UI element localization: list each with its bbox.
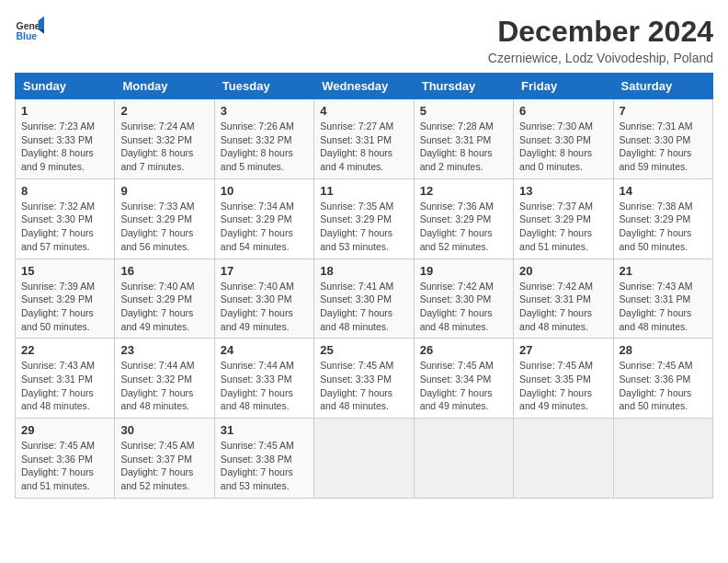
cell-details: Sunrise: 7:45 AMSunset: 3:35 PMDaylight:… (519, 359, 607, 413)
day-number: 2 (120, 104, 208, 118)
cell-details: Sunrise: 7:27 AMSunset: 3:31 PMDaylight:… (320, 120, 407, 174)
calendar-cell: 23Sunrise: 7:44 AMSunset: 3:32 PMDayligh… (115, 339, 214, 419)
day-number: 5 (420, 104, 507, 118)
cell-details: Sunrise: 7:40 AMSunset: 3:30 PMDaylight:… (221, 280, 308, 334)
calendar-cell: 3Sunrise: 7:26 AMSunset: 3:32 PMDaylight… (214, 99, 313, 179)
day-number: 17 (221, 264, 308, 278)
calendar-cell: 5Sunrise: 7:28 AMSunset: 3:31 PMDaylight… (414, 99, 513, 179)
day-number: 10 (221, 184, 308, 198)
calendar-cell: 10Sunrise: 7:34 AMSunset: 3:29 PMDayligh… (214, 178, 313, 259)
calendar-cell: 26Sunrise: 7:45 AMSunset: 3:34 PMDayligh… (414, 339, 513, 419)
cell-details: Sunrise: 7:31 AMSunset: 3:30 PMDaylight:… (620, 120, 707, 174)
day-number: 16 (120, 264, 208, 278)
calendar-cell: 16Sunrise: 7:40 AMSunset: 3:29 PMDayligh… (115, 259, 214, 339)
calendar-cell: 9Sunrise: 7:33 AMSunset: 3:29 PMDaylight… (115, 178, 214, 259)
calendar-cell: 2Sunrise: 7:24 AMSunset: 3:32 PMDaylight… (115, 99, 214, 179)
logo-icon: General Blue (15, 15, 44, 44)
cell-details: Sunrise: 7:23 AMSunset: 3:33 PMDaylight:… (21, 120, 108, 174)
calendar-cell: 31Sunrise: 7:45 AMSunset: 3:38 PMDayligh… (214, 419, 313, 499)
day-number: 28 (620, 343, 707, 357)
day-number: 14 (620, 184, 707, 198)
day-number: 6 (519, 104, 607, 118)
day-number: 27 (519, 343, 607, 357)
calendar-cell: 29Sunrise: 7:45 AMSunset: 3:36 PMDayligh… (16, 419, 115, 499)
cell-details: Sunrise: 7:45 AMSunset: 3:36 PMDaylight:… (21, 439, 108, 493)
day-number: 25 (320, 343, 407, 357)
calendar-cell (613, 419, 712, 499)
cell-details: Sunrise: 7:40 AMSunset: 3:29 PMDaylight:… (120, 280, 208, 334)
day-number: 31 (221, 423, 308, 437)
calendar-cell: 13Sunrise: 7:37 AMSunset: 3:29 PMDayligh… (514, 178, 613, 259)
cell-details: Sunrise: 7:45 AMSunset: 3:38 PMDaylight:… (221, 439, 308, 493)
cell-details: Sunrise: 7:26 AMSunset: 3:32 PMDaylight:… (221, 120, 308, 174)
cell-details: Sunrise: 7:38 AMSunset: 3:29 PMDaylight:… (620, 200, 707, 254)
cell-details: Sunrise: 7:36 AMSunset: 3:29 PMDaylight:… (420, 200, 507, 254)
calendar-cell: 18Sunrise: 7:41 AMSunset: 3:30 PMDayligh… (314, 259, 414, 339)
weekday-header-thursday: Thursday (414, 74, 513, 99)
calendar-cell: 6Sunrise: 7:30 AMSunset: 3:30 PMDaylight… (514, 99, 613, 179)
day-number: 7 (620, 104, 707, 118)
day-number: 20 (519, 264, 607, 278)
day-number: 3 (221, 104, 308, 118)
title-block: December 2024 Czerniewice, Lodz Voivodes… (488, 15, 713, 65)
weekday-header-monday: Monday (115, 74, 214, 99)
cell-details: Sunrise: 7:37 AMSunset: 3:29 PMDaylight:… (519, 200, 607, 254)
cell-details: Sunrise: 7:34 AMSunset: 3:29 PMDaylight:… (221, 200, 308, 254)
calendar-cell: 24Sunrise: 7:44 AMSunset: 3:33 PMDayligh… (214, 339, 313, 419)
svg-text:Blue: Blue (17, 31, 38, 41)
cell-details: Sunrise: 7:42 AMSunset: 3:31 PMDaylight:… (519, 280, 607, 334)
calendar-cell: 30Sunrise: 7:45 AMSunset: 3:37 PMDayligh… (115, 419, 214, 499)
day-number: 15 (21, 264, 108, 278)
page-header: General Blue December 2024 Czerniewice, … (15, 15, 713, 65)
calendar-cell: 17Sunrise: 7:40 AMSunset: 3:30 PMDayligh… (214, 259, 313, 339)
subtitle: Czerniewice, Lodz Voivodeship, Poland (488, 51, 713, 65)
calendar-cell: 7Sunrise: 7:31 AMSunset: 3:30 PMDaylight… (613, 99, 712, 179)
day-number: 12 (420, 184, 507, 198)
calendar-cell (414, 419, 513, 499)
calendar-cell: 4Sunrise: 7:27 AMSunset: 3:31 PMDaylight… (314, 99, 414, 179)
day-number: 29 (21, 423, 108, 437)
calendar-cell: 25Sunrise: 7:45 AMSunset: 3:33 PMDayligh… (314, 339, 414, 419)
day-number: 18 (320, 264, 407, 278)
day-number: 9 (120, 184, 208, 198)
day-number: 21 (620, 264, 707, 278)
day-number: 24 (221, 343, 308, 357)
cell-details: Sunrise: 7:42 AMSunset: 3:30 PMDaylight:… (420, 280, 507, 334)
week-row-1: 1Sunrise: 7:23 AMSunset: 3:33 PMDaylight… (16, 99, 713, 179)
day-number: 22 (21, 343, 108, 357)
week-row-4: 22Sunrise: 7:43 AMSunset: 3:31 PMDayligh… (16, 339, 713, 419)
weekday-header-friday: Friday (514, 74, 613, 99)
calendar-cell (314, 419, 414, 499)
day-number: 1 (21, 104, 108, 118)
cell-details: Sunrise: 7:43 AMSunset: 3:31 PMDaylight:… (620, 280, 707, 334)
weekday-header-wednesday: Wednesday (314, 74, 414, 99)
day-number: 4 (320, 104, 407, 118)
calendar-cell: 1Sunrise: 7:23 AMSunset: 3:33 PMDaylight… (16, 99, 115, 179)
calendar-cell: 27Sunrise: 7:45 AMSunset: 3:35 PMDayligh… (514, 339, 613, 419)
cell-details: Sunrise: 7:45 AMSunset: 3:36 PMDaylight:… (620, 359, 707, 413)
weekday-header-saturday: Saturday (613, 74, 712, 99)
weekday-header-tuesday: Tuesday (214, 74, 313, 99)
week-row-2: 8Sunrise: 7:32 AMSunset: 3:30 PMDaylight… (16, 178, 713, 259)
cell-details: Sunrise: 7:24 AMSunset: 3:32 PMDaylight:… (120, 120, 208, 174)
weekday-header-row: SundayMondayTuesdayWednesdayThursdayFrid… (16, 74, 713, 99)
calendar-cell: 11Sunrise: 7:35 AMSunset: 3:29 PMDayligh… (314, 178, 414, 259)
day-number: 8 (21, 184, 108, 198)
cell-details: Sunrise: 7:28 AMSunset: 3:31 PMDaylight:… (420, 120, 507, 174)
cell-details: Sunrise: 7:32 AMSunset: 3:30 PMDaylight:… (21, 200, 108, 254)
calendar-table: SundayMondayTuesdayWednesdayThursdayFrid… (15, 73, 713, 499)
cell-details: Sunrise: 7:44 AMSunset: 3:32 PMDaylight:… (120, 359, 208, 413)
cell-details: Sunrise: 7:43 AMSunset: 3:31 PMDaylight:… (21, 359, 108, 413)
cell-details: Sunrise: 7:33 AMSunset: 3:29 PMDaylight:… (120, 200, 208, 254)
day-number: 26 (420, 343, 507, 357)
day-number: 13 (519, 184, 607, 198)
week-row-5: 29Sunrise: 7:45 AMSunset: 3:36 PMDayligh… (16, 419, 713, 499)
day-number: 19 (420, 264, 507, 278)
calendar-cell: 22Sunrise: 7:43 AMSunset: 3:31 PMDayligh… (16, 339, 115, 419)
cell-details: Sunrise: 7:35 AMSunset: 3:29 PMDaylight:… (320, 200, 407, 254)
cell-details: Sunrise: 7:39 AMSunset: 3:29 PMDaylight:… (21, 280, 108, 334)
svg-marker-2 (39, 17, 44, 29)
calendar-cell: 28Sunrise: 7:45 AMSunset: 3:36 PMDayligh… (613, 339, 712, 419)
cell-details: Sunrise: 7:30 AMSunset: 3:30 PMDaylight:… (519, 120, 607, 174)
cell-details: Sunrise: 7:45 AMSunset: 3:37 PMDaylight:… (120, 439, 208, 493)
